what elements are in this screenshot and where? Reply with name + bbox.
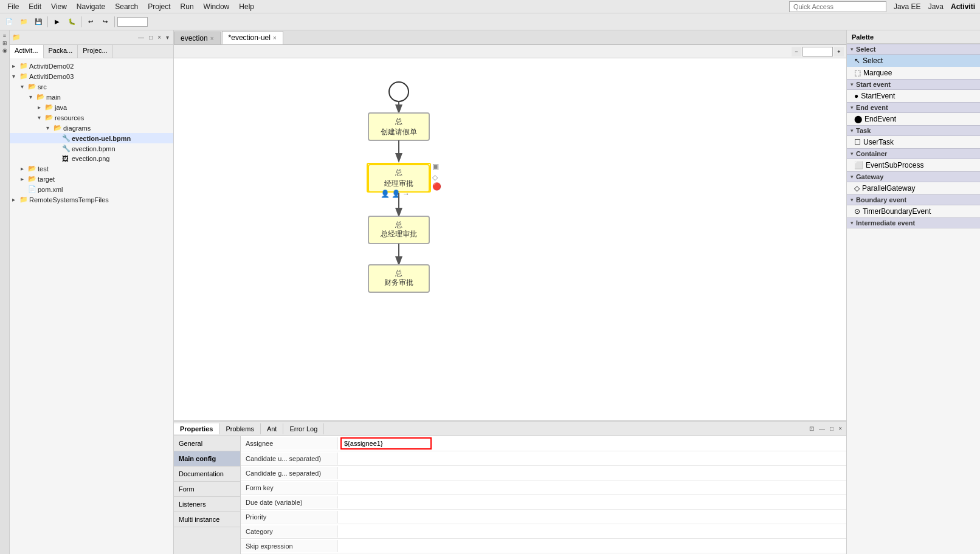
props-input[interactable]: [340, 528, 844, 535]
perspective-java[interactable]: Java: [926, 2, 946, 12]
tree-item-pom-xml[interactable]: 📄pom.xml: [10, 184, 173, 194]
props-input-highlighted[interactable]: [340, 437, 432, 450]
props-sidebar-main-config[interactable]: Main config: [174, 451, 240, 467]
zoom-out-button[interactable]: −: [792, 47, 801, 56]
props-input[interactable]: [340, 513, 844, 521]
props-input[interactable]: [340, 455, 844, 462]
perspective-java-ee[interactable]: Java EE: [891, 2, 923, 12]
tree-item-evection-uel-bpmn[interactable]: 🔧evection-uel.bpmn: [10, 133, 173, 143]
explorer-close[interactable]: ×: [156, 33, 163, 41]
tree-item-evection-png[interactable]: 🖼evection.png: [10, 154, 173, 163]
palette-section-header[interactable]: ▾Gateway: [847, 171, 980, 182]
menu-run[interactable]: Run: [176, 1, 199, 12]
zoom-in-button[interactable]: +: [834, 47, 844, 56]
toolbar-new[interactable]: 📄: [2, 15, 16, 29]
palette-section-header[interactable]: ▾Intermediate event: [847, 217, 980, 228]
toolbar-run[interactable]: ▶: [50, 15, 64, 29]
explorer-menu[interactable]: ▾: [164, 33, 171, 41]
editor-tab-evection-close[interactable]: ×: [210, 35, 214, 42]
props-icon-3[interactable]: □: [828, 425, 835, 433]
editor-tab-evection-uel[interactable]: *evection-uel ×: [222, 31, 283, 44]
left-icon-2[interactable]: ⊞: [2, 40, 7, 46]
props-input[interactable]: [340, 470, 844, 477]
tree-item-ActivitiDemo03[interactable]: ▾📁ActivitiDemo03: [10, 71, 173, 81]
props-sidebar-general[interactable]: General: [174, 436, 240, 451]
tree-item-evection-bpmn[interactable]: 🔧evection.bpmn: [10, 143, 173, 154]
left-icon-1[interactable]: ≡: [3, 33, 6, 39]
tree-toggle[interactable]: ▸: [38, 104, 45, 111]
palette-section-header[interactable]: ▾End event: [847, 102, 980, 113]
quick-access-input[interactable]: [789, 1, 886, 12]
props-sidebar-multi-instance[interactable]: Multi instance: [174, 512, 240, 527]
tree-item-RemoteSystemsTempFiles[interactable]: ▸📁RemoteSystemsTempFiles: [10, 194, 173, 205]
menu-window[interactable]: Window: [199, 1, 235, 12]
palette-item-startevent[interactable]: ●StartEvent: [847, 90, 980, 102]
props-icon-4[interactable]: ×: [837, 425, 844, 433]
props-input[interactable]: [340, 542, 844, 550]
tree-item-target[interactable]: ▸📂target: [10, 174, 173, 184]
props-tab-errorlog[interactable]: Error Log: [283, 423, 324, 434]
zoom-input[interactable]: 100%: [117, 17, 148, 27]
editor-tab-evection[interactable]: evection ×: [174, 32, 221, 44]
tree-toggle[interactable]: ▾: [38, 114, 45, 121]
props-tab-ant[interactable]: Ant: [261, 423, 284, 434]
perspective-activiti[interactable]: Activiti: [948, 2, 978, 12]
props-input[interactable]: [340, 484, 844, 491]
props-sidebar-listeners[interactable]: Listeners: [174, 497, 240, 512]
tree-toggle[interactable]: ▸: [21, 176, 28, 182]
menu-navigate[interactable]: Navigate: [72, 1, 110, 12]
palette-item-timerboundaryevent[interactable]: ⊙TimerBoundaryEvent: [847, 205, 980, 217]
props-sidebar-form[interactable]: Form: [174, 482, 240, 497]
tree-toggle[interactable]: ▾: [21, 83, 28, 90]
palette-item-parallelgateway[interactable]: ◇ParallelGateway: [847, 182, 980, 194]
props-sidebar-documentation[interactable]: Documentation: [174, 467, 240, 482]
menu-view[interactable]: View: [46, 1, 72, 12]
tree-item-main[interactable]: ▾📂main: [10, 92, 173, 102]
explorer-tab-activit[interactable]: Activit...: [10, 45, 44, 58]
palette-item-select[interactable]: ↖Select: [847, 55, 980, 67]
props-icon-2[interactable]: —: [817, 425, 827, 433]
toolbar-undo[interactable]: ↩: [84, 15, 97, 29]
explorer-minimize[interactable]: —: [136, 33, 146, 41]
palette-item-eventsubprocess[interactable]: ⬜EventSubProcess: [847, 159, 980, 171]
menu-edit[interactable]: Edit: [24, 1, 46, 12]
tree-item-ActivitiDemo02[interactable]: ▸📁ActivitiDemo02: [10, 61, 173, 71]
props-tab-problems[interactable]: Problems: [219, 423, 260, 434]
props-tab-properties[interactable]: Properties: [174, 423, 219, 434]
palette-section-header[interactable]: ▾Select: [847, 44, 980, 55]
editor-tab-evection-uel-close[interactable]: ×: [273, 35, 277, 41]
props-input[interactable]: [340, 499, 844, 506]
palette-section-header[interactable]: ▾Task: [847, 125, 980, 136]
menu-help[interactable]: Help: [234, 1, 259, 12]
explorer-tab-packa[interactable]: Packa...: [44, 45, 78, 58]
menu-search[interactable]: Search: [110, 1, 143, 12]
palette-section-header[interactable]: ▾Boundary event: [847, 194, 980, 205]
toolbar-debug[interactable]: 🐛: [65, 15, 78, 29]
tree-item-resources[interactable]: ▾📂resources: [10, 112, 173, 123]
tree-item-src[interactable]: ▾📂src: [10, 81, 173, 92]
explorer-tab-projec[interactable]: Projec...: [78, 45, 112, 58]
tree-toggle[interactable]: ▸: [12, 196, 19, 203]
tree-item-diagrams[interactable]: ▾📂diagrams: [10, 123, 173, 133]
palette-item-endevent[interactable]: ⬤EndEvent: [847, 113, 980, 125]
palette-item-marquee[interactable]: ⬚Marquee: [847, 67, 980, 79]
tree-toggle[interactable]: ▾: [29, 94, 36, 100]
menu-file[interactable]: File: [2, 1, 24, 12]
diagram-canvas[interactable]: 总 创建请假单 🗑 总 经理审批 ▣ ◇ 🔴 👤 👤 →: [174, 58, 846, 420]
left-icon-3[interactable]: ◉: [2, 47, 7, 53]
palette-section-header[interactable]: ▾Container: [847, 148, 980, 159]
props-icon-1[interactable]: ⊡: [807, 425, 816, 433]
tree-toggle[interactable]: ▾: [12, 73, 19, 80]
explorer-maximize[interactable]: □: [147, 33, 154, 41]
toolbar-open[interactable]: 📁: [17, 15, 30, 29]
diagram-zoom-input[interactable]: 100%: [802, 47, 833, 56]
toolbar-save[interactable]: 💾: [32, 15, 45, 29]
palette-section-header[interactable]: ▾Start event: [847, 79, 980, 90]
menu-project[interactable]: Project: [143, 1, 175, 12]
tree-item-java[interactable]: ▸📂java: [10, 102, 173, 112]
tree-toggle[interactable]: ▾: [46, 125, 53, 131]
tree-item-test[interactable]: ▸📂test: [10, 163, 173, 174]
palette-item-usertask[interactable]: ☐UserTask: [847, 136, 980, 148]
tree-toggle[interactable]: ▸: [21, 165, 28, 172]
toolbar-redo[interactable]: ↪: [98, 15, 112, 29]
